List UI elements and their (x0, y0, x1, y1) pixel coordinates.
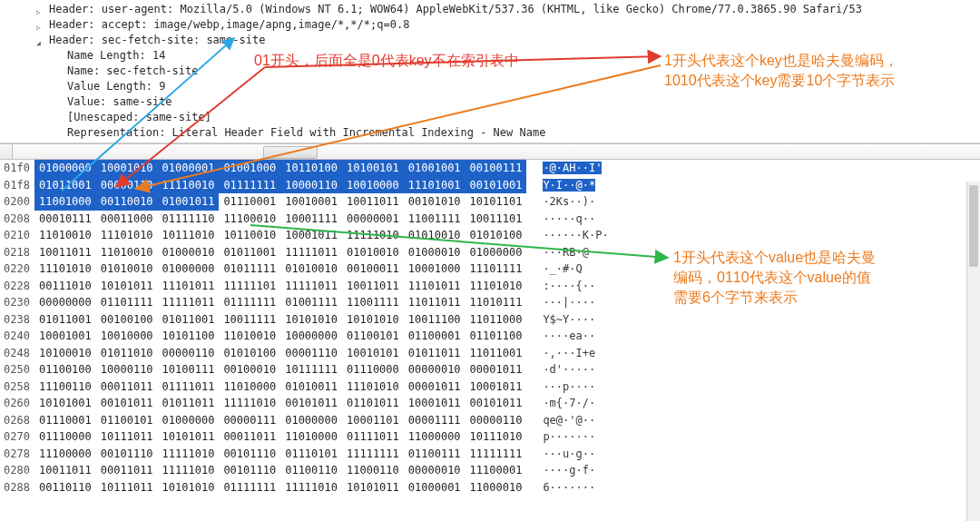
hex-bytes: 1110000000101110111110100010111001110101… (34, 446, 526, 463)
scroll-thumb-h[interactable] (263, 146, 318, 159)
hex-offset: 0268 (0, 412, 34, 429)
hex-bytes: 1110011000011011011110111101000001010011… (34, 378, 526, 396)
hex-row[interactable]: 0288001101101011101110101010011111111111… (0, 479, 980, 496)
hex-bytes: 0111000010111011101010110001101111010000… (34, 428, 526, 446)
hex-bytes: 0100000010001010010000010100100010110100… (34, 160, 526, 177)
hex-ascii: ···u·g·· (526, 446, 595, 463)
hex-bytes: 0111000101100101010000000000011101000000… (34, 412, 526, 429)
hex-offset: 0280 (0, 462, 34, 479)
tree-row-name[interactable]: Name: sec-fetch-site (15, 64, 973, 79)
hex-bytes: 1001101111010010010000100101100111111011… (34, 244, 526, 261)
hex-ascii: ·2Ks··)· (526, 193, 595, 211)
hex-offset: 0288 (0, 479, 34, 496)
hex-ascii: ······K·P· (526, 227, 608, 244)
hex-row[interactable]: 0238010110010010010001011001100111111010… (0, 311, 980, 329)
hex-row[interactable]: 0210110100101110101010111010101100101000… (0, 227, 980, 244)
hex-ascii: ·····q·· (526, 211, 595, 228)
hex-ascii: Y·I··@·* (526, 177, 595, 194)
hex-offset: 0270 (0, 428, 34, 446)
hex-bytes: 1100100000110010010010110111000110010001… (34, 193, 526, 211)
hex-offset: 0258 (0, 378, 34, 396)
hex-ascii: ····ea·· (526, 328, 595, 345)
packet-details-tree: Header: user-agent: Mozilla/5.0 (Windows… (0, 0, 980, 143)
tree-row-unescaped[interactable]: [Unescaped: same-site] (15, 110, 973, 125)
hex-offset: 0218 (0, 244, 34, 261)
hex-row[interactable]: 0228001110101010101111101011111111011111… (0, 278, 980, 295)
tree-row-value-length[interactable]: Value Length: 9 (15, 79, 973, 94)
hex-bytes: 0110010010000110101001110010001010111111… (34, 361, 526, 378)
scroll-thumb-v[interactable] (969, 185, 978, 267)
hex-row[interactable]: 0278111000000010111011111010001011100111… (0, 446, 980, 463)
hex-bytes: 1010001001011010000001100101010000001110… (34, 345, 526, 362)
tree-row-value[interactable]: Value: same-site (15, 94, 973, 110)
hex-offset: 0208 (0, 211, 34, 228)
hex-ascii: ···p···· (526, 378, 595, 396)
hex-ascii: ···RB·@ (526, 244, 589, 261)
hex-ascii: Y$~Y···· (526, 311, 595, 329)
hex-offset: 0230 (0, 294, 34, 311)
hex-offset: 0278 (0, 446, 34, 463)
tree-row-sec-fetch-site[interactable]: Header: sec-fetch-site: same-site (15, 33, 973, 48)
hex-offset: 0210 (0, 227, 34, 244)
hex-ascii: ····g·f· (526, 462, 595, 479)
hex-ascii: :····{·· (526, 278, 595, 295)
hex-offset: 01f8 (0, 177, 34, 194)
hex-bytes: 0101100100000110111100100111111110000110… (34, 177, 526, 194)
hex-row[interactable]: 0230000000000110111111111011011111110100… (0, 294, 980, 311)
vertical-scrollbar[interactable] (966, 182, 980, 521)
hex-pane-wrapper: 01f0010000001000101001000001010010001011… (0, 143, 980, 496)
hex-row[interactable]: 0200110010000011001001001011011100011001… (0, 193, 980, 211)
hex-ascii: ·d'····· (526, 361, 595, 378)
horizontal-scrollbar[interactable] (0, 143, 980, 160)
hex-bytes: 1110101001010010010000000101111101010010… (34, 260, 526, 278)
hex-offset: 0240 (0, 328, 34, 345)
hex-row[interactable]: 0240100010011001000010101100110100101000… (0, 328, 980, 345)
hex-row[interactable]: 01f0010000001000101001000001010010001011… (0, 160, 980, 177)
hex-offset: 0228 (0, 278, 34, 295)
hex-offset: 0250 (0, 361, 34, 378)
hex-bytes: 0011011010111011101010100111111111111010… (34, 479, 526, 496)
hex-offset: 0238 (0, 311, 34, 329)
hex-bytes: 1010100100101011010110111111101000101011… (34, 395, 526, 412)
hex-offset: 0260 (0, 395, 34, 412)
hex-offset: 0220 (0, 260, 34, 278)
hex-offset: 01f0 (0, 160, 34, 177)
hex-bytes: 0001011100011000011111101110001010001111… (34, 211, 526, 228)
hex-row[interactable]: 0280100110110001101111111010001011100110… (0, 462, 980, 479)
hex-row[interactable]: 0270011100001011101110101011000110111101… (0, 428, 980, 446)
hex-ascii: p······· (526, 428, 595, 446)
hex-bytes: 0011101010101011111010111111110111111011… (34, 278, 526, 295)
hex-row[interactable]: 0220111010100101001001000000010111110101… (0, 260, 980, 278)
hex-bytes: 0000000001101111111110110111111101001111… (34, 294, 526, 311)
hex-ascii: ·m{·7·/· (526, 395, 595, 412)
hex-ascii: ·,···I+e (526, 345, 595, 362)
hex-ascii: ·_·#·Q (526, 260, 582, 278)
hex-row[interactable]: 0260101010010010101101011011111110100010… (0, 395, 980, 412)
tree-row-name-length[interactable]: Name Length: 14 (15, 48, 973, 64)
hex-offset: 0200 (0, 193, 34, 211)
hex-bytes: 1101001011101010101110101011001010001011… (34, 227, 526, 244)
tree-row-user-agent[interactable]: Header: user-agent: Mozilla/5.0 (Windows… (15, 2, 973, 17)
hex-ascii: ·@·AH··I' (526, 160, 602, 177)
hex-bytes: 1001101100011011111110100010111001100110… (34, 462, 526, 479)
hex-ascii: 6······· (526, 479, 595, 496)
hex-ascii: qe@·'@·· (526, 412, 595, 429)
hex-ascii: ···|···· (526, 294, 595, 311)
hex-row[interactable]: 0218100110111101001001000010010110011111… (0, 244, 980, 261)
hex-dump-pane[interactable]: 01f0010000001000101001000001010010001011… (0, 160, 980, 496)
scroll-left-button[interactable] (0, 144, 13, 159)
tree-row-representation[interactable]: Representation: Literal Header Field wit… (15, 125, 973, 141)
hex-row[interactable]: 0250011001001000011010100111001000101011… (0, 361, 980, 378)
hex-offset: 0248 (0, 345, 34, 362)
hex-bytes: 1000100110010000101011001101001010000000… (34, 328, 526, 345)
hex-bytes: 0101100100100100010110011001111110101010… (34, 311, 526, 329)
hex-row[interactable]: 0248101000100101101000000110010101000000… (0, 345, 980, 362)
hex-row[interactable]: 0258111001100001101101111011110100000101… (0, 378, 980, 396)
hex-row[interactable]: 0208000101110001100001111110111000101000… (0, 211, 980, 228)
hex-row[interactable]: 01f8010110010000011011110010011111111000… (0, 177, 980, 194)
tree-row-accept[interactable]: Header: accept: image/webp,image/apng,im… (15, 17, 973, 33)
hex-row[interactable]: 0268011100010110010101000000000001110100… (0, 412, 980, 429)
